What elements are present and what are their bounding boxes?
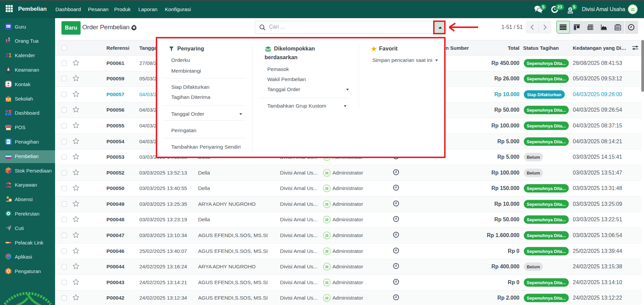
svg-text:3: 3	[5, 52, 8, 59]
svg-text:1: 1	[8, 52, 11, 59]
svg-text:$: $	[8, 140, 9, 143]
svg-text:$: $	[569, 8, 571, 11]
